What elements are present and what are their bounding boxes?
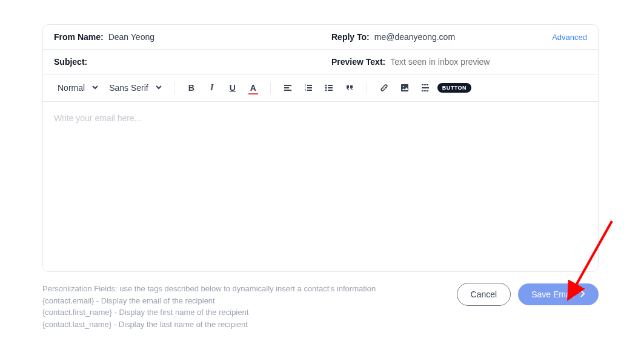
editor-placeholder: Write your email here... xyxy=(54,113,141,123)
chevron-down-icon xyxy=(92,84,98,92)
font-select[interactable]: Sans Serif xyxy=(105,81,165,95)
format-select-label: Normal xyxy=(58,83,85,93)
action-buttons: Cancel Save Email xyxy=(457,283,599,306)
svg-text:3: 3 xyxy=(305,88,307,91)
format-select[interactable]: Normal xyxy=(54,81,102,95)
personalization-field-email: {contact.email} - Display the email of t… xyxy=(42,295,376,307)
preview-text-label: Preview Text: xyxy=(331,57,385,67)
email-body-editor[interactable]: Write your email here... xyxy=(43,102,598,271)
subject-cell: Subject: xyxy=(43,50,320,74)
italic-button[interactable]: I xyxy=(204,79,221,96)
header-row-2: Subject: Preview Text: xyxy=(43,50,598,74)
email-editor-card: From Name: Reply To: Advanced Subject: P… xyxy=(42,24,599,272)
subject-label: Subject: xyxy=(54,57,87,67)
toolbar-separator xyxy=(174,82,174,94)
save-email-button[interactable]: Save Email xyxy=(518,283,599,305)
chevron-right-icon xyxy=(580,290,585,299)
reply-to-label: Reply To: xyxy=(331,32,370,42)
personalization-help: Personlization Fields: use the tags desc… xyxy=(42,283,376,330)
font-color-button[interactable]: A xyxy=(245,79,262,96)
svg-point-5 xyxy=(325,90,327,91)
link-button[interactable] xyxy=(376,79,393,96)
advanced-link[interactable]: Advanced xyxy=(552,33,587,42)
from-name-input[interactable] xyxy=(108,32,310,42)
toolbar-separator xyxy=(367,82,367,94)
preview-cell: Preview Text: xyxy=(320,50,598,74)
insert-button-pill[interactable]: BUTTON xyxy=(437,83,471,93)
align-button[interactable] xyxy=(279,79,296,96)
editor-toolbar: Normal Sans Serif B I U A 123 xyxy=(43,74,598,102)
svg-point-7 xyxy=(403,86,404,87)
header-row-1: From Name: Reply To: Advanced xyxy=(43,25,598,50)
reply-to-cell: Reply To: Advanced xyxy=(320,25,598,49)
font-select-label: Sans Serif xyxy=(109,83,148,93)
preview-text-input[interactable] xyxy=(390,57,587,67)
personalization-field-first: {contact.first_name} - Display the first… xyxy=(42,306,376,319)
from-name-cell: From Name: xyxy=(43,25,320,49)
bold-button[interactable]: B xyxy=(183,79,200,96)
from-name-label: From Name: xyxy=(54,32,104,42)
cancel-button[interactable]: Cancel xyxy=(457,283,511,306)
svg-rect-6 xyxy=(401,84,408,91)
divider-button[interactable] xyxy=(417,79,434,96)
footer-area: Personlization Fields: use the tags desc… xyxy=(42,283,599,330)
color-indicator xyxy=(248,93,258,94)
bullet-list-button[interactable] xyxy=(320,79,337,96)
chevron-down-icon xyxy=(156,84,162,92)
subject-input[interactable] xyxy=(92,57,310,67)
save-button-label: Save Email xyxy=(531,290,574,299)
svg-point-4 xyxy=(325,87,327,89)
personalization-title: Personlization Fields: use the tags desc… xyxy=(42,283,376,295)
quote-button[interactable] xyxy=(341,79,358,96)
image-button[interactable] xyxy=(396,79,413,96)
ordered-list-button[interactable]: 123 xyxy=(300,79,317,96)
personalization-field-last: {contact.last_name} - Display the last n… xyxy=(42,319,376,331)
svg-point-3 xyxy=(325,85,327,87)
underline-button[interactable]: U xyxy=(224,79,241,96)
toolbar-separator xyxy=(270,82,271,94)
